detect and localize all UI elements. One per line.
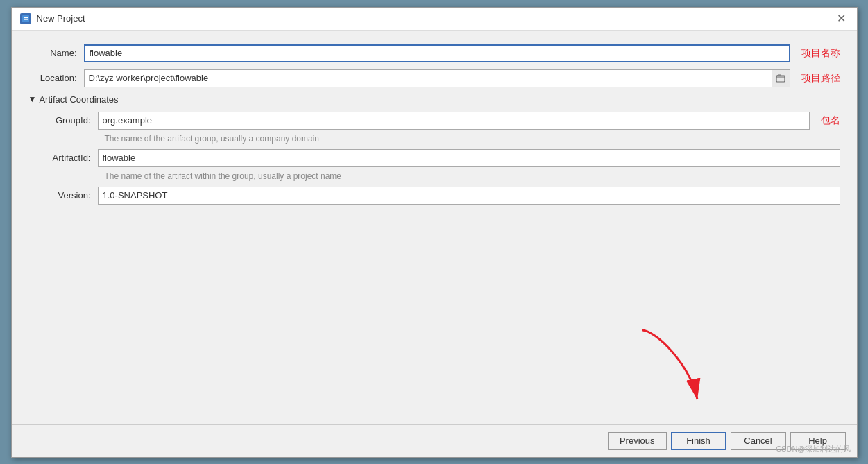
groupid-row: GroupId: 包名 <box>42 112 840 130</box>
version-row: Version: <box>42 187 840 205</box>
artifactid-input-wrap <box>98 149 840 167</box>
location-input[interactable] <box>84 69 790 87</box>
artifactid-label: ArtifactId: <box>42 153 98 163</box>
watermark: CSDN@深加利达的风 <box>776 444 851 454</box>
finish-button[interactable]: Finish <box>671 432 726 450</box>
artifactid-input[interactable] <box>98 149 840 167</box>
name-input-wrap <box>84 44 790 62</box>
groupid-annotation: 包名 <box>821 114 840 127</box>
groupid-input-wrap <box>98 112 810 130</box>
location-annotation: 项目路径 <box>801 72 840 85</box>
groupid-label: GroupId: <box>42 115 98 126</box>
browse-button[interactable] <box>772 69 790 87</box>
artifactid-help: The name of the artifact within the grou… <box>105 171 840 181</box>
name-label: Name: <box>28 48 84 58</box>
groupid-input[interactable] <box>98 112 810 130</box>
dialog-title: New Project <box>37 13 85 24</box>
svg-rect-0 <box>22 15 29 22</box>
dialog-icon <box>20 13 31 24</box>
section-title: Artifact Coordinates <box>39 94 118 105</box>
title-bar-left: New Project <box>20 13 85 24</box>
version-label: Version: <box>42 190 98 200</box>
svg-rect-1 <box>24 17 28 18</box>
version-input-wrap <box>98 187 840 205</box>
svg-rect-3 <box>776 76 785 82</box>
dialog-footer: Previous Finish Cancel Help <box>12 424 857 457</box>
version-input[interactable] <box>98 187 840 205</box>
svg-rect-2 <box>24 19 28 19</box>
name-row: Name: 项目名称 <box>28 44 840 62</box>
previous-button[interactable]: Previous <box>608 432 667 450</box>
artifact-coordinates-form: GroupId: 包名 The name of the artifact gro… <box>28 112 840 205</box>
name-annotation: 项目名称 <box>801 47 840 60</box>
close-button[interactable]: ✕ <box>834 13 849 24</box>
new-project-dialog: New Project ✕ Name: 项目名称 Location: <box>11 7 858 458</box>
location-input-wrap <box>84 69 790 87</box>
location-label: Location: <box>28 73 84 83</box>
artifactid-row: ArtifactId: <box>42 149 840 167</box>
section-toggle[interactable]: ▼ <box>28 94 37 104</box>
form-content: Name: 项目名称 Location: 项目路径 <box>12 31 857 424</box>
name-input[interactable] <box>84 44 790 62</box>
location-row: Location: 项目路径 <box>28 69 840 87</box>
groupid-help: The name of the artifact group, usually … <box>105 134 840 144</box>
artifact-section-header: ▼ Artifact Coordinates <box>28 94 840 105</box>
title-bar: New Project ✕ <box>12 8 857 31</box>
